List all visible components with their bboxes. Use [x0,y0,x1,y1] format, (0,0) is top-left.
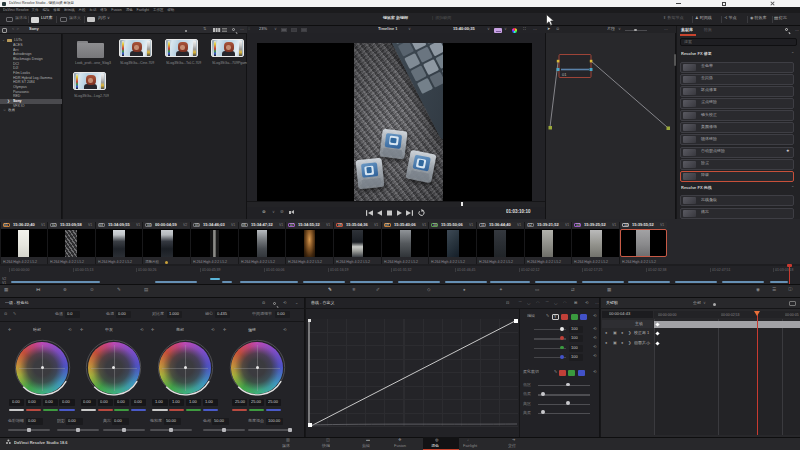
svg-text:01: 01 [562,72,567,77]
